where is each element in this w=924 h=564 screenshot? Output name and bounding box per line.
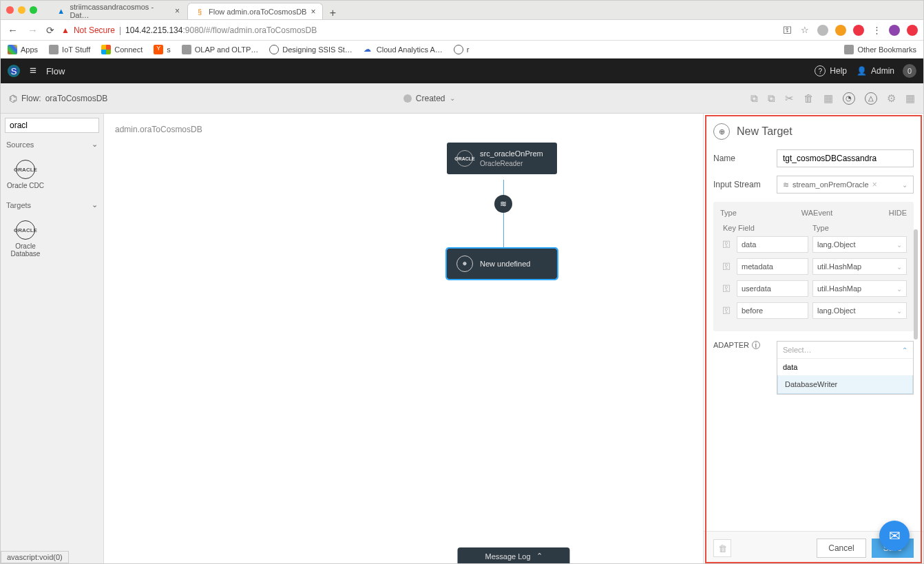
adapter-search-input[interactable] bbox=[777, 359, 913, 375]
adapter-select[interactable]: Select… ⌃ DatabaseWriter bbox=[777, 341, 914, 395]
flow-status[interactable]: Created ⌄ bbox=[403, 94, 455, 103]
tab-close-icon[interactable]: × bbox=[175, 6, 180, 16]
key-icon[interactable]: ⚿ bbox=[720, 240, 733, 249]
hamburger-menu[interactable]: ≡ bbox=[30, 64, 36, 78]
canvas-breadcrumb: admin.oraToCosmosDB bbox=[115, 125, 202, 134]
help-button[interactable]: ?Help bbox=[815, 65, 847, 76]
stream-bubble[interactable]: ≋ bbox=[494, 195, 512, 213]
flow-label: Flow: bbox=[21, 94, 41, 103]
adapter-option[interactable]: DatabaseWriter bbox=[777, 375, 913, 394]
ms-icon bbox=[101, 45, 111, 54]
folder-icon bbox=[844, 45, 854, 54]
palette-label: Oracle Database bbox=[5, 242, 46, 258]
striim-logo-icon[interactable]: S bbox=[8, 65, 20, 77]
omnibox[interactable]: ▲ Not Secure | 104.42.215.134:9080/#/flo… bbox=[61, 25, 775, 35]
alert-icon[interactable]: △ bbox=[865, 92, 877, 105]
browser-tab-2[interactable]: § Flow admin.oraToCosmosDB × bbox=[187, 3, 323, 19]
target-icon: ⊕ bbox=[456, 255, 473, 272]
azure-favicon-icon: ▲ bbox=[56, 6, 65, 16]
menu-kebab-icon[interactable]: ⋮ bbox=[871, 25, 882, 36]
y-icon: Y bbox=[154, 45, 163, 54]
message-log-toggle[interactable]: Message Log ⌃ bbox=[457, 547, 569, 564]
duplicate-icon[interactable]: ⧉ bbox=[768, 92, 775, 105]
bookmark-s[interactable]: Ys bbox=[154, 45, 171, 54]
type-section: Type WAEvent HIDE Key Field Type ⚿lang.O… bbox=[713, 202, 914, 331]
ext-icon-4[interactable] bbox=[907, 25, 918, 36]
tab-close-icon[interactable]: × bbox=[311, 7, 315, 17]
ext-icon-2[interactable] bbox=[835, 25, 846, 36]
tab-title: striimcassandracosmos - Dat… bbox=[70, 3, 171, 19]
window-close-dot[interactable] bbox=[6, 6, 14, 14]
field-type-select[interactable]: lang.Object⌄ bbox=[812, 302, 907, 319]
palette-oracle-db[interactable]: ORACLE Oracle Database bbox=[5, 216, 46, 262]
field-name-input[interactable] bbox=[737, 302, 808, 319]
other-bookmarks[interactable]: Other Bookmarks bbox=[844, 45, 916, 54]
delete-button[interactable]: 🗑 bbox=[713, 539, 731, 557]
new-tab-button[interactable]: + bbox=[323, 7, 342, 19]
field-type-select[interactable]: lang.Object⌄ bbox=[812, 236, 907, 253]
info-icon[interactable]: i bbox=[752, 341, 760, 349]
key-icon[interactable]: ⚿ bbox=[720, 306, 733, 315]
flow-tree-icon: ⌬ bbox=[9, 93, 17, 104]
profile-icon[interactable] bbox=[889, 25, 900, 36]
chat-icon: ✉ bbox=[889, 528, 901, 544]
cut-icon[interactable]: ✂ bbox=[785, 92, 794, 105]
globe-icon bbox=[454, 45, 463, 54]
field-type-select[interactable]: util.HashMap⌄ bbox=[812, 280, 907, 297]
cloud-icon: ☁ bbox=[364, 45, 373, 54]
clear-stream-icon[interactable]: × bbox=[872, 180, 877, 189]
window-max-dot[interactable] bbox=[30, 6, 37, 14]
name-input[interactable] bbox=[777, 149, 914, 167]
scrollbar[interactable] bbox=[914, 229, 918, 340]
key-icon[interactable]: ⚿ bbox=[720, 284, 733, 293]
back-button[interactable]: ← bbox=[6, 24, 19, 36]
bookmark-r[interactable]: r bbox=[454, 45, 470, 54]
type-value: util.HashMap bbox=[817, 284, 861, 293]
striim-favicon-icon: § bbox=[195, 7, 204, 17]
bookmark-connect[interactable]: Connect bbox=[101, 45, 143, 54]
forward-button[interactable]: → bbox=[26, 24, 39, 36]
hide-toggle[interactable]: HIDE bbox=[879, 209, 907, 217]
sources-header[interactable]: Sources⌄ bbox=[5, 136, 99, 153]
reload-button[interactable]: ⟳ bbox=[46, 25, 54, 36]
user-menu[interactable]: 👤Admin0 bbox=[857, 64, 916, 78]
field-type-select[interactable]: util.HashMap⌄ bbox=[812, 258, 907, 275]
bookmark-cloud[interactable]: ☁Cloud Analytics A… bbox=[364, 45, 443, 54]
globe-icon bbox=[269, 45, 279, 54]
node-source[interactable]: ORACLE src_oracleOnPremOracleReader bbox=[447, 143, 557, 174]
key-icon[interactable]: ⚿ bbox=[781, 25, 792, 36]
cancel-button[interactable]: Cancel bbox=[817, 539, 865, 558]
flow-breadcrumb[interactable]: ⌬ Flow: oraToCosmosDB bbox=[9, 93, 107, 104]
adapter-search-row bbox=[777, 358, 913, 375]
settings-icon[interactable]: ⚙ bbox=[887, 92, 896, 105]
chevron-down-icon: ⌄ bbox=[896, 263, 902, 271]
stream-select[interactable]: ≋ stream_onPremOracle × ⌄ bbox=[777, 176, 914, 194]
browser-tab-1[interactable]: ▲ striimcassandracosmos - Dat… × bbox=[50, 3, 187, 19]
star-icon[interactable]: ☆ bbox=[799, 25, 810, 36]
apps-bookmark[interactable]: Apps bbox=[8, 45, 38, 54]
palette-oracle-cdc[interactable]: ORACLE Oracle CDC bbox=[5, 156, 46, 194]
chevron-down-icon: ⌄ bbox=[92, 140, 98, 149]
bookmark-iot[interactable]: IoT Stuff bbox=[49, 45, 90, 54]
bookmark-ssis[interactable]: Designing SSIS St… bbox=[269, 45, 353, 54]
layout-icon[interactable]: ▦ bbox=[823, 92, 833, 105]
field-name-input[interactable] bbox=[737, 280, 808, 297]
tab-title: Flow admin.oraToCosmosDB bbox=[209, 8, 306, 16]
targets-header[interactable]: Targets⌄ bbox=[5, 196, 99, 213]
ext-icon-3[interactable] bbox=[853, 25, 864, 36]
search-input[interactable] bbox=[10, 121, 113, 130]
window-min-dot[interactable] bbox=[18, 6, 25, 14]
intercom-launcher[interactable]: ✉ bbox=[879, 521, 910, 551]
delete-icon[interactable]: 🗑 bbox=[804, 92, 814, 105]
ext-icon-1[interactable] bbox=[817, 25, 828, 36]
field-name-input[interactable] bbox=[737, 236, 808, 253]
node-target[interactable]: ⊕ New undefined bbox=[447, 249, 557, 279]
gauge-icon[interactable]: ◔ bbox=[843, 92, 855, 105]
bm-label: IoT Stuff bbox=[62, 45, 90, 54]
field-name-input[interactable] bbox=[737, 258, 808, 275]
bookmark-olap[interactable]: OLAP and OLTP… bbox=[182, 45, 259, 54]
grid-icon[interactable]: ▦ bbox=[905, 92, 915, 105]
palette-search[interactable]: × bbox=[5, 118, 99, 133]
copy-icon[interactable]: ⧉ bbox=[750, 92, 758, 105]
key-icon[interactable]: ⚿ bbox=[720, 262, 733, 271]
